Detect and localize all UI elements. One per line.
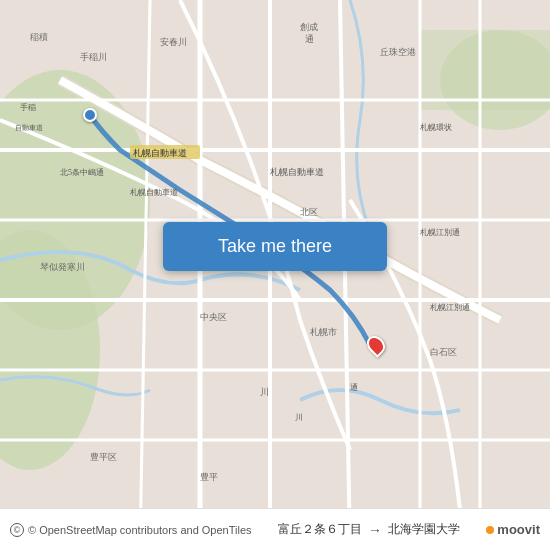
svg-text:自動車道: 自動車道 (15, 124, 43, 132)
svg-text:創成: 創成 (300, 22, 318, 32)
svg-text:札幌自動車道: 札幌自動車道 (270, 167, 324, 177)
bottom-left-info: © © OpenStreetMap contributors and OpenT… (10, 523, 252, 537)
svg-text:川: 川 (295, 413, 303, 422)
moovit-logo: moovit (486, 522, 540, 537)
svg-text:安春川: 安春川 (160, 37, 187, 47)
origin-label: 富丘２条６丁目 (278, 521, 362, 538)
map-container: 稲積 手稲川 手稲 自動車道 安春川 創成 通 丘珠空港 北5条中嶋通 札幌自動… (0, 0, 550, 550)
svg-text:中央区: 中央区 (200, 312, 227, 322)
copyright-text: © OpenStreetMap contributors and OpenTil… (28, 524, 252, 536)
svg-text:琴似発寒川: 琴似発寒川 (40, 262, 85, 272)
svg-text:白石区: 白石区 (430, 347, 457, 357)
svg-text:川: 川 (260, 387, 269, 397)
svg-text:通: 通 (350, 383, 358, 392)
destination-marker (368, 335, 384, 355)
arrow-right-icon: → (368, 522, 382, 538)
svg-text:手稲: 手稲 (20, 103, 36, 112)
origin-marker (83, 108, 97, 122)
svg-text:札幌自動車道: 札幌自動車道 (133, 148, 187, 158)
route-info: 富丘２条６丁目 → 北海学園大学 (278, 521, 460, 538)
svg-text:札幌江別通: 札幌江別通 (430, 303, 470, 312)
destination-label: 北海学園大学 (388, 521, 460, 538)
moovit-dot-icon (486, 526, 494, 534)
svg-text:札幌環状: 札幌環状 (420, 123, 452, 132)
copyright-icon: © (10, 523, 24, 537)
take-me-there-button[interactable]: Take me there (163, 222, 387, 271)
svg-text:丘珠空港: 丘珠空港 (380, 47, 416, 57)
bottom-bar: © © OpenStreetMap contributors and OpenT… (0, 508, 550, 550)
svg-text:手稲川: 手稲川 (80, 52, 107, 62)
svg-rect-4 (420, 30, 550, 110)
svg-text:稲積: 稲積 (30, 32, 48, 42)
svg-text:札幌江別通: 札幌江別通 (420, 228, 460, 237)
svg-text:札幌自動車道: 札幌自動車道 (130, 188, 178, 197)
svg-text:北5条中嶋通: 北5条中嶋通 (60, 168, 104, 177)
svg-text:北区: 北区 (300, 207, 318, 217)
svg-text:豊平: 豊平 (200, 472, 218, 482)
svg-text:豊平区: 豊平区 (90, 452, 117, 462)
svg-text:通: 通 (305, 34, 314, 44)
moovit-text: moovit (497, 522, 540, 537)
svg-text:札幌市: 札幌市 (310, 327, 337, 337)
map-background: 稲積 手稲川 手稲 自動車道 安春川 創成 通 丘珠空港 北5条中嶋通 札幌自動… (0, 0, 550, 550)
